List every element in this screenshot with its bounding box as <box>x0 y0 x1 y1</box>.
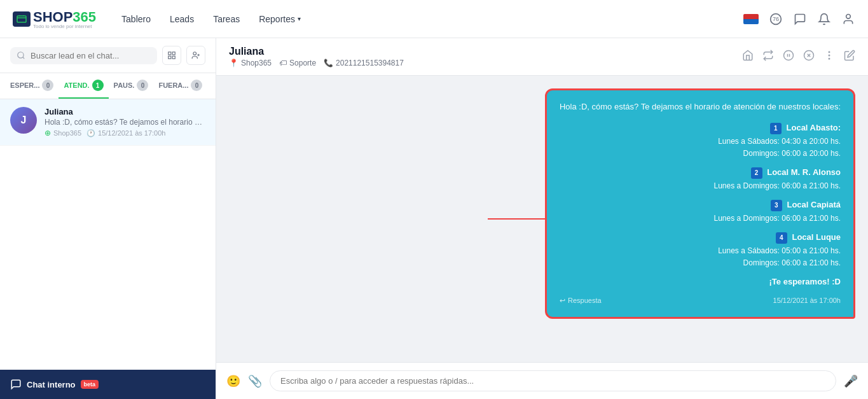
nav-right-actions: 76 <box>743 12 855 26</box>
pause-icon[interactable] <box>783 50 794 64</box>
tab-fuera[interactable]: FUERA... 0 <box>153 73 207 99</box>
conversation-info: Juliana Hola :D, cómo estás? Te dejamos … <box>45 107 205 137</box>
user-icon[interactable] <box>841 12 855 26</box>
local-3: 3 Local Capiatá Lunes a Domingos: 06:00 … <box>560 199 841 225</box>
logo-text: SHOP <box>33 9 72 25</box>
svg-rect-5 <box>169 52 171 55</box>
svg-rect-7 <box>169 56 171 59</box>
more-icon[interactable] <box>823 50 835 64</box>
esperando-badge: 0 <box>42 80 53 91</box>
farewell-text: ¡Te esperamos! :D <box>560 276 841 289</box>
svg-rect-6 <box>172 52 175 55</box>
top-navigation: SHOP 365 Todo lo vende por internet Tabl… <box>0 0 868 38</box>
local-4: 4 Local Luque Lunes a Sábados: 05:00 a 2… <box>560 231 841 269</box>
notifications-icon[interactable]: 76 <box>769 12 783 26</box>
flag-icon[interactable] <box>743 14 759 24</box>
message-preview: Hola :D, cómo estás? Te dejamos el horar… <box>45 118 205 127</box>
nav-leads[interactable]: Leads <box>170 14 194 24</box>
add-user-icon <box>191 51 200 60</box>
message-timestamp: 15/12/2021 às 17:00h <box>773 295 841 307</box>
bubble-intro: Hola :D, cómo estás? Te dejamos el horar… <box>560 101 841 114</box>
reply-icon: ↩ <box>560 295 565 307</box>
add-contact-button[interactable] <box>186 46 205 65</box>
search-input[interactable] <box>31 51 151 60</box>
chat-contact-info: Juliana 📍 Shop365 🏷 Soporte 📞 2021121515… <box>229 46 404 67</box>
avatar: J <box>10 107 37 134</box>
whatsapp-icon: ⊕ <box>45 129 51 137</box>
sidebar: ESPER... 0 ATEND. 1 PAUS. 0 FUERA... 0 J <box>0 38 216 399</box>
message-input[interactable] <box>270 370 836 391</box>
search-icon <box>17 51 25 60</box>
local-1: 1 Local Abasto: Lunes a Sábados: 04:30 a… <box>560 122 841 160</box>
chat-contact-name: Juliana <box>229 46 404 57</box>
emoji-icon[interactable]: 🙂 <box>226 374 240 388</box>
search-wrap[interactable] <box>10 47 157 64</box>
tab-pausado[interactable]: PAUS. 0 <box>109 73 154 99</box>
phone-info: 📞 2021121515394817 <box>324 59 404 67</box>
chat-icon[interactable] <box>793 12 807 26</box>
logo-icon <box>13 11 31 27</box>
tag-icon: 🏷 <box>279 59 287 67</box>
bell-icon[interactable] <box>817 12 831 26</box>
channel-name: Shop365 <box>53 129 81 137</box>
chat-area: Juliana 📍 Shop365 🏷 Soporte 📞 2021121515… <box>216 38 868 399</box>
redirect-icon[interactable] <box>762 50 774 64</box>
svg-point-18 <box>829 52 830 53</box>
svg-point-9 <box>193 52 196 55</box>
shop-info: 📍 Shop365 <box>229 59 272 67</box>
attachment-icon[interactable]: 📎 <box>248 374 262 388</box>
pausado-badge: 0 <box>137 80 148 91</box>
logo-number: 365 <box>72 9 96 25</box>
category-info: 🏷 Soporte <box>279 59 316 67</box>
chat-input-area: 🙂 📎 🎤 <box>216 362 868 399</box>
sidebar-search-bar <box>0 38 216 73</box>
list-icon <box>167 51 176 60</box>
beta-badge: beta <box>81 380 99 389</box>
svg-point-3 <box>846 14 851 18</box>
tab-esperando[interactable]: ESPER... 0 <box>5 73 59 99</box>
logo-subtitle: Todo lo vende por internet <box>33 24 96 29</box>
home-icon[interactable] <box>742 50 754 64</box>
clock-icon: 🕐 <box>86 129 95 137</box>
chat-header-actions <box>742 50 855 64</box>
nav-links: Tablero Leads Tareas Reportes ▾ <box>121 14 301 24</box>
atendiendo-badge: 1 <box>92 80 104 91</box>
conversation-time: 15/12/2021 às 17:00h <box>98 129 165 137</box>
fuera-badge: 0 <box>191 80 202 91</box>
location-icon: 📍 <box>229 59 238 67</box>
view-toggle-button[interactable] <box>162 46 181 65</box>
svg-point-12 <box>784 51 794 60</box>
conversation-meta: ⊕ Shop365 🕐 15/12/2021 às 17:00h <box>45 129 205 137</box>
reply-tag: ↩ Respuesta <box>560 295 602 307</box>
internal-chat-label: Chat interno <box>27 380 76 389</box>
phone-icon: 📞 <box>324 59 333 67</box>
chat-bubble-icon <box>10 379 22 390</box>
svg-point-4 <box>18 52 24 58</box>
main-layout: ESPER... 0 ATEND. 1 PAUS. 0 FUERA... 0 J <box>0 38 868 399</box>
conversation-list: J Juliana Hola :D, cómo estás? Te dejamo… <box>0 99 216 370</box>
status-tabs: ESPER... 0 ATEND. 1 PAUS. 0 FUERA... 0 <box>0 73 216 99</box>
edit-icon[interactable] <box>844 50 855 64</box>
nav-tablero[interactable]: Tablero <box>121 14 151 24</box>
chat-header: Juliana 📍 Shop365 🏷 Soporte 📞 2021121515… <box>216 38 868 76</box>
contact-name: Juliana <box>45 107 205 116</box>
message-wrap: Hola :D, cómo estás? Te dejamos el horar… <box>229 88 855 319</box>
logo[interactable]: SHOP 365 Todo lo vende por internet <box>13 9 96 29</box>
tab-atendiendo[interactable]: ATEND. 1 <box>59 73 108 99</box>
chat-meta: 📍 Shop365 🏷 Soporte 📞 2021121515394817 <box>229 59 404 67</box>
chat-messages: Hola :D, cómo estás? Te dejamos el horar… <box>216 76 868 362</box>
svg-rect-0 <box>17 16 26 22</box>
nav-tareas[interactable]: Tareas <box>213 14 240 24</box>
conversation-item[interactable]: J Juliana Hola :D, cómo estás? Te dejamo… <box>0 99 216 146</box>
svg-text:76: 76 <box>773 16 779 22</box>
svg-rect-8 <box>172 56 175 59</box>
local-2: 2 Local M. R. Alonso Lunes a Domingos: 0… <box>560 166 841 192</box>
nav-reportes[interactable]: Reportes ▾ <box>259 14 301 24</box>
svg-point-19 <box>829 55 830 56</box>
svg-point-20 <box>829 59 830 60</box>
close-icon[interactable] <box>803 50 815 64</box>
internal-chat-bar[interactable]: Chat interno beta <box>0 370 216 399</box>
chevron-down-icon: ▾ <box>298 15 301 22</box>
bubble-footer: ↩ Respuesta 15/12/2021 às 17:00h <box>560 295 841 307</box>
microphone-icon[interactable]: 🎤 <box>844 374 858 388</box>
